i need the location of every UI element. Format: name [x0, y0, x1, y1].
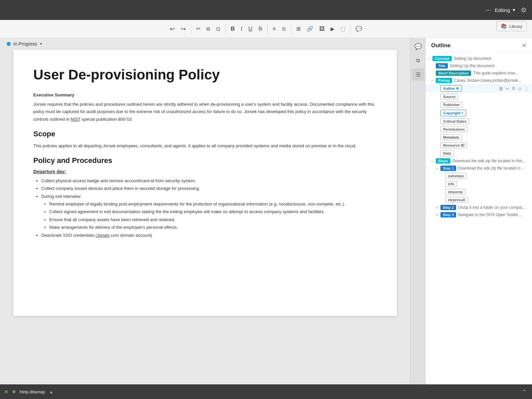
bottom-tab-icon: ■ — [12, 389, 16, 395]
tree-node-info[interactable]: info — [426, 180, 532, 188]
bottom-bar: ✕ ■ Help.ditamap ▲ ⌃ — [0, 384, 532, 399]
tree-node-resource-id[interactable]: Resource ID — [426, 141, 532, 149]
collapse-short-desc — [431, 71, 436, 75]
toolbar-separator-4 — [291, 24, 291, 34]
tree-node-source[interactable]: Source — [426, 93, 532, 101]
tree-node-prolog[interactable]: − Prolog Casey Jordan<casey.jordan@jorse… — [426, 77, 532, 84]
tree-node-step1[interactable]: − Step 1 Download the sdk.zip file locat… — [426, 165, 532, 172]
tag-permissions: Permissions — [440, 126, 467, 132]
layers-sidebar-btn[interactable]: ⧉ — [412, 55, 424, 66]
scope-heading: Scope — [33, 130, 377, 138]
text-step1: Download the sdk.zip file located in ... — [458, 166, 525, 171]
unordered-list-button[interactable]: ≡ — [270, 25, 278, 33]
tag-data: Data — [440, 150, 454, 156]
tree-node-substeps[interactable]: substeps — [426, 172, 532, 180]
paste-button[interactable]: ⊡ — [214, 25, 223, 33]
status-chevron[interactable]: ▾ — [40, 42, 42, 46]
text-step3: Navigate to the DITA Open Toolkit ... — [458, 212, 522, 217]
author-copy-btn[interactable]: ⧉ — [511, 85, 516, 91]
collapse-resource-id — [436, 143, 440, 147]
tag-info: info — [445, 181, 457, 187]
tree-node-metadata[interactable]: Metadata — [426, 133, 532, 141]
table-button[interactable]: ⊞ — [294, 24, 303, 33]
collapse-prolog[interactable]: − — [431, 78, 436, 82]
top-bar: — Editing ▾ ⚙ — [0, 0, 532, 20]
author-cut-btn[interactable]: ✂ — [505, 85, 510, 91]
collapse-steps[interactable]: − — [431, 159, 436, 163]
undo-button[interactable]: ↩ — [167, 24, 177, 34]
redo-button[interactable]: ↪ — [178, 24, 188, 34]
outline-close-button[interactable]: ✕ — [522, 42, 527, 49]
special-button[interactable]: ⬚ — [338, 25, 348, 33]
media-button[interactable]: ▶ — [328, 25, 337, 33]
tag-author: Author⊕ — [440, 85, 462, 92]
tag-step3: Step 3 — [440, 212, 456, 217]
sidebar-icons: 💬 ⧉ ☰ — [410, 38, 425, 384]
author-more-btn[interactable]: ⋮ — [524, 85, 530, 91]
collapse-data — [436, 151, 440, 155]
tree-node-step2[interactable]: + Step 2 Unzip it into a folder on your … — [426, 204, 532, 211]
copyright-plus-icon: + — [461, 111, 463, 115]
editor-status-bar: In Progress ▾ — [0, 38, 410, 50]
collapse-step2[interactable]: + — [436, 205, 440, 209]
bottom-expand-button[interactable]: ⌃ — [522, 388, 527, 396]
text-steps: Download the sdk.zip file located in thi… — [452, 159, 525, 163]
status-label: In Progress — [13, 41, 37, 47]
executive-summary-heading: Executive Summary — [33, 92, 377, 97]
tree-node-stepresult[interactable]: stepresult — [426, 196, 532, 204]
cut-button[interactable]: ✂ — [194, 24, 203, 33]
tag-short-desc: Short Description — [436, 70, 471, 76]
tag-copyright: Copyright+ — [440, 110, 466, 116]
bottom-tab-arrow[interactable]: ▲ — [49, 389, 53, 394]
ordered-list-button[interactable]: ≣ — [279, 24, 288, 33]
gear-icon[interactable]: ⚙ — [521, 6, 527, 14]
author-duplicate-btn[interactable]: 🗆 — [517, 85, 523, 91]
tree-node-short-desc[interactable]: Short Description This gude explains how… — [426, 69, 532, 77]
editing-label: Editing — [495, 7, 510, 13]
collapse-step3[interactable]: + — [436, 213, 440, 217]
tree-node-title[interactable]: Title Setting Up this document — [426, 62, 532, 69]
collapse-title — [431, 64, 436, 68]
bottom-close-button[interactable]: ✕ — [4, 389, 8, 395]
tree-node-copyright[interactable]: Copyright+ — [426, 109, 532, 117]
comments-sidebar-btn[interactable]: 💬 — [412, 41, 424, 53]
bold-button[interactable]: B — [228, 24, 237, 34]
editing-dropdown[interactable]: Editing ▾ — [495, 7, 517, 13]
tree-node-data[interactable]: Data — [426, 149, 532, 157]
tree-node-stepxmp[interactable]: stepxmp — [426, 188, 532, 196]
tree-node-permissions[interactable]: Permissions — [426, 125, 532, 133]
italic-button[interactable]: I — [238, 24, 245, 34]
collapse-substeps — [440, 174, 445, 178]
tag-source: Source — [440, 94, 458, 100]
collapse-permissions — [436, 127, 440, 131]
tree-node-step3[interactable]: + Step 3 Navigate to the DITA Open Toolk… — [426, 211, 532, 218]
link-button[interactable]: 🔗 — [304, 24, 316, 33]
tag-critical-dates: Critical Dates — [440, 118, 469, 124]
outline-sidebar-btn[interactable]: ☰ — [412, 68, 424, 80]
image-button[interactable]: 🖼 — [317, 25, 327, 33]
library-button[interactable]: 📚 Library — [496, 21, 527, 31]
copy-button[interactable]: ⧉ — [204, 25, 212, 33]
collapse-info — [440, 182, 445, 186]
editor-area[interactable]: In Progress ▾ User De-provisioning Polic… — [0, 38, 410, 384]
collapse-critical-dates — [436, 119, 440, 123]
tag-substeps: substeps — [445, 173, 466, 179]
underline-button[interactable]: U — [246, 24, 255, 34]
tree-node-author[interactable]: Author⊕ 🗑 ✂ ⧉ 🗆 ⋮ — [426, 84, 532, 93]
collapse-step1[interactable]: − — [436, 166, 440, 170]
tree-node-steps[interactable]: − Steps Download the sdk.zip file locate… — [426, 157, 532, 165]
author-delete-btn[interactable]: 🗑 — [498, 85, 504, 91]
outline-title: Outline — [431, 42, 451, 49]
collapse-copyright — [436, 111, 440, 115]
tag-stepxmp: stepxmp — [445, 189, 465, 195]
strikethrough-button[interactable]: S — [256, 24, 264, 34]
tree-node-critical-dates[interactable]: Critical Dates — [426, 117, 532, 125]
tag-resource-id: Resource ID — [440, 142, 467, 148]
collapse-concept[interactable]: − — [428, 57, 432, 61]
comment-button[interactable]: 💬 — [353, 24, 365, 33]
tree-node-publisher[interactable]: Publisher — [426, 101, 532, 109]
executive-summary-text: Jorsek requires that the policies and pr… — [33, 101, 377, 123]
jorsec-link: Jorsec — [97, 233, 110, 238]
collapse-publisher — [436, 103, 440, 107]
tree-node-concept[interactable]: − Concept Setting Up document — [426, 55, 532, 62]
